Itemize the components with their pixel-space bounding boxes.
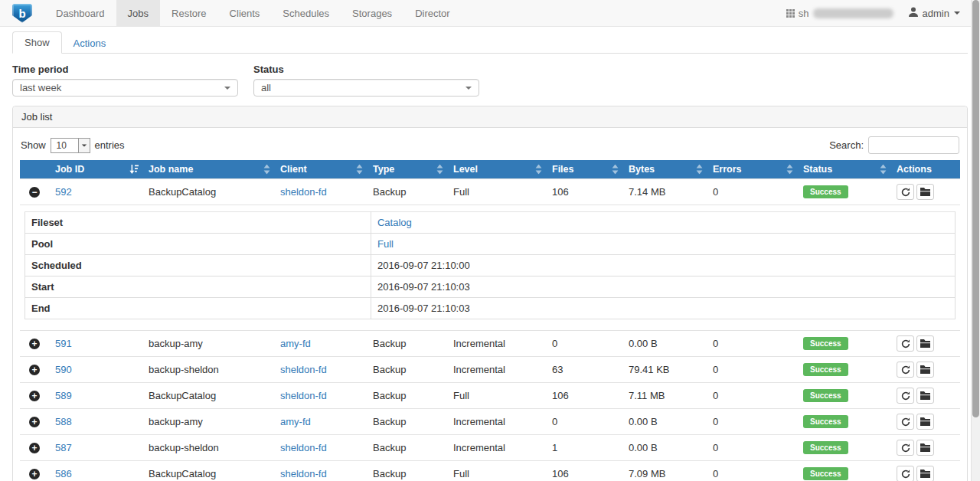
client-link[interactable]: sheldon-fd <box>280 390 327 401</box>
job-files: 106 <box>552 390 569 401</box>
job-type: Backup <box>373 186 406 198</box>
job-type: Backup <box>373 390 406 401</box>
job-id-link[interactable]: 590 <box>55 364 72 375</box>
brand[interactable]: b <box>0 0 44 26</box>
table-row: +586BackupCatalogsheldon-fdBackupFull106… <box>20 461 960 481</box>
navbar-right: sh admin <box>786 0 980 26</box>
table-controls: Show 10 entries Search: <box>21 136 959 154</box>
job-level: Full <box>453 468 469 479</box>
job-files-button[interactable] <box>916 362 934 378</box>
job-files-button[interactable] <box>916 388 934 404</box>
vertical-scrollbar[interactable] <box>971 0 980 481</box>
job-errors: 0 <box>713 442 718 453</box>
expand-row-icon[interactable]: + <box>29 469 40 479</box>
job-id-link[interactable]: 592 <box>55 186 72 198</box>
user-icon <box>909 7 918 19</box>
expand-row-icon[interactable]: + <box>29 417 40 427</box>
job-errors: 0 <box>713 416 718 427</box>
time-period-value: last week <box>20 82 61 93</box>
col-type[interactable]: Type <box>367 160 447 179</box>
col-files[interactable]: Files <box>546 160 622 179</box>
job-name: BackupCatalog <box>149 468 216 479</box>
page-size-select[interactable]: 10 <box>51 138 90 153</box>
job-errors: 0 <box>713 468 718 479</box>
client-link[interactable]: sheldon-fd <box>280 442 327 453</box>
client-link[interactable]: sheldon-fd <box>280 468 327 479</box>
detail-value-link[interactable]: Catalog <box>377 217 412 228</box>
job-id-link[interactable]: 589 <box>55 390 72 401</box>
rerun-job-button[interactable] <box>897 466 914 481</box>
job-errors: 0 <box>713 364 718 375</box>
nav-item-jobs[interactable]: Jobs <box>116 0 160 26</box>
expand-row-icon[interactable]: + <box>29 365 40 375</box>
col-actions[interactable]: Actions <box>890 160 960 179</box>
job-level: Full <box>453 390 469 401</box>
job-files-button[interactable] <box>916 335 934 352</box>
detail-value-link[interactable]: Full <box>377 238 394 250</box>
nav-item-clients[interactable]: Clients <box>218 0 272 26</box>
client-link[interactable]: amy-fd <box>280 338 311 349</box>
search-control: Search: <box>829 136 959 154</box>
job-files: 63 <box>552 364 563 375</box>
job-id-link[interactable]: 587 <box>55 442 72 453</box>
job-id-link[interactable]: 588 <box>55 416 72 427</box>
scrollbar-thumb[interactable] <box>972 0 979 417</box>
rerun-job-button[interactable] <box>897 184 914 200</box>
grid-icon <box>786 9 795 18</box>
rerun-job-button[interactable] <box>897 388 914 404</box>
rerun-job-button[interactable] <box>897 414 914 430</box>
table-row: +589BackupCatalogsheldon-fdBackupFull106… <box>20 383 960 409</box>
collapse-row-icon[interactable]: − <box>29 187 40 198</box>
sort-icon <box>436 165 443 175</box>
detail-row: Start2016-09-07 21:10:03 <box>25 276 956 298</box>
job-bytes: 0.00 B <box>629 338 658 349</box>
nav-item-restore[interactable]: Restore <box>160 0 218 26</box>
job-id-link[interactable]: 586 <box>55 468 72 479</box>
sort-icon <box>356 165 363 175</box>
table-row: +588backup-amyamy-fdBackupIncremental00.… <box>20 409 960 435</box>
sort-icon <box>696 165 703 175</box>
rerun-job-button[interactable] <box>897 362 914 378</box>
client-link[interactable]: sheldon-fd <box>280 186 327 198</box>
sort-icon <box>535 165 542 175</box>
col-job-name[interactable]: Job name <box>142 160 274 179</box>
nav-item-director[interactable]: Director <box>403 0 462 26</box>
status-select[interactable]: all <box>253 79 479 97</box>
job-bytes: 79.41 KB <box>629 364 670 375</box>
client-link[interactable]: amy-fd <box>280 416 311 427</box>
client-link[interactable]: sheldon-fd <box>280 364 327 375</box>
detail-value: 2016-09-07 21:10:03 <box>377 281 470 293</box>
job-name: BackupCatalog <box>149 390 216 401</box>
table-row: −592BackupCatalogsheldon-fdBackupFull106… <box>20 179 960 205</box>
col-job-id[interactable]: Job ID <box>49 160 142 179</box>
table-row: +590backup-sheldonsheldon-fdBackupIncrem… <box>20 357 960 383</box>
job-id-link[interactable]: 591 <box>55 338 72 349</box>
tab-actions[interactable]: Actions <box>62 33 118 54</box>
rerun-job-button[interactable] <box>897 440 914 456</box>
col-status[interactable]: Status <box>797 160 890 179</box>
expand-row-icon[interactable]: + <box>29 443 40 453</box>
detail-label: End <box>25 298 371 319</box>
filters: Time period last week Status all <box>12 64 968 97</box>
nav-item-storages[interactable]: Storages <box>341 0 403 26</box>
detail-label: Start <box>25 276 371 298</box>
nav-item-schedules[interactable]: Schedules <box>271 0 341 26</box>
col-level[interactable]: Level <box>447 160 546 179</box>
tab-show[interactable]: Show <box>12 31 62 54</box>
job-files-button[interactable] <box>916 440 934 456</box>
rerun-job-button[interactable] <box>897 335 914 352</box>
col-bytes[interactable]: Bytes <box>622 160 707 179</box>
time-period-select[interactable]: last week <box>12 79 238 97</box>
job-files-button[interactable] <box>916 466 934 481</box>
detail-label: Scheduled <box>25 255 371 276</box>
search-input[interactable] <box>868 136 959 154</box>
job-files-button[interactable] <box>916 414 934 430</box>
col-errors[interactable]: Errors <box>707 160 797 179</box>
job-type: Backup <box>373 416 406 427</box>
col-client[interactable]: Client <box>274 160 367 179</box>
expand-row-icon[interactable]: + <box>29 339 40 349</box>
user-menu[interactable]: admin <box>909 7 960 19</box>
expand-row-icon[interactable]: + <box>29 391 40 401</box>
nav-item-dashboard[interactable]: Dashboard <box>44 0 116 26</box>
job-files-button[interactable] <box>916 184 934 200</box>
